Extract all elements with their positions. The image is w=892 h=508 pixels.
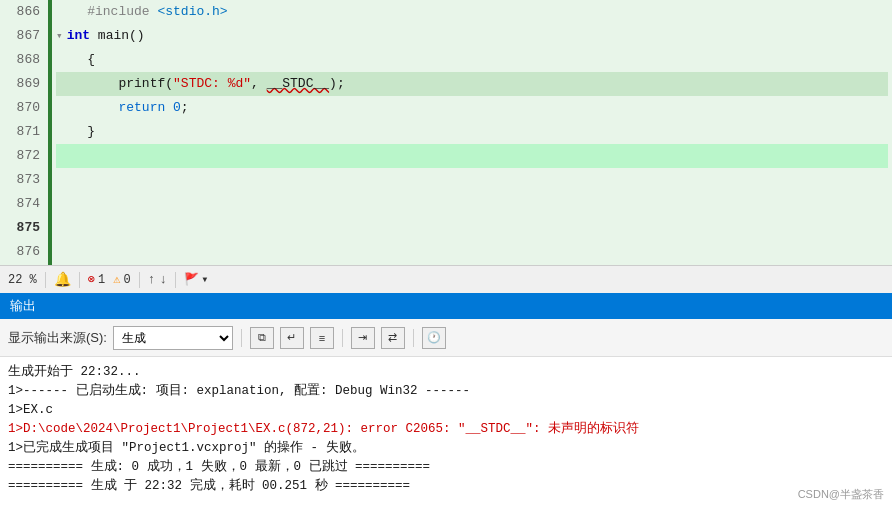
output-line-7: ========== 生成 于 22:32 完成，耗时 00.251 秒 ===… [8,477,884,496]
status-divider-2 [79,272,80,288]
line-numbers: 866 867 868 869 870 871 872 873 874 875 … [0,0,48,265]
error-number: 1 [98,273,105,287]
code-line-871: { [56,48,888,72]
output-line-4: 1>D:\code\2024\Project1\Project1\EX.c(87… [8,420,884,439]
warning-triangle-icon: ⚠ [113,272,120,287]
output-line-2: 1>------ 已启动生成: 项目: explanation, 配置: Deb… [8,382,884,401]
toolbar-divider-3 [413,329,414,347]
warning-count[interactable]: ⚠ 0 [113,272,130,287]
output-line-5: 1>已完成生成项目 "Project1.vcxproj" 的操作 - 失败。 [8,439,884,458]
output-line-1: 生成开始于 22:32... [8,363,884,382]
status-divider-3 [139,272,140,288]
code-line-872: printf( "STDC: %d" , __STDC__ ); [56,72,888,96]
arrow-up[interactable]: ↑ [148,272,156,287]
output-content: 生成开始于 22:32... 1>------ 已启动生成: 项目: expla… [0,357,892,508]
output-line-6: ========== 生成: 0 成功，1 失败，0 最新，0 已跳过 ====… [8,458,884,477]
toolbar-divider-1 [241,329,242,347]
indent-button[interactable]: ⇥ [351,327,375,349]
code-line-870: ▾ int main() [56,24,888,48]
zoom-level: 22 % [8,273,37,287]
status-divider-4 [175,272,176,288]
align-button[interactable]: ≡ [310,327,334,349]
warning-number: 0 [123,273,130,287]
arrow-down[interactable]: ↓ [160,272,168,287]
sync-button[interactable]: ⇄ [381,327,405,349]
code-line-868: #include <stdio.h> [56,0,888,24]
nav-arrows: ↑ ↓ [148,272,168,287]
code-lines[interactable]: #include <stdio.h> ▾ int main() { printf… [52,0,892,265]
notification-icon[interactable]: 🔔 [54,271,71,288]
output-title: 输出 [10,297,36,315]
output-panel: 输出 显示输出来源(S): 生成 ⧉ ↵ ≡ ⇥ ⇄ 🕐 生成开始于 22:32… [0,293,892,508]
toolbar-divider-2 [342,329,343,347]
output-line-3: 1>EX.c [8,401,884,420]
clock-button[interactable]: 🕐 [422,327,446,349]
flag-icon: 🚩 [184,272,199,287]
watermark: CSDN@半盏茶香 [798,487,884,502]
error-circle-icon: ⊗ [88,272,95,287]
source-select[interactable]: 生成 [113,326,233,350]
editor-area: 866 867 868 869 870 871 872 873 874 875 … [0,0,892,265]
status-bar: 22 % 🔔 ⊗ 1 ⚠ 0 ↑ ↓ 🚩 ▾ [0,265,892,293]
code-line-874: } [56,120,888,144]
output-header-bar: 输出 [0,293,892,319]
status-divider-1 [45,272,46,288]
code-line-875 [56,144,888,168]
source-label: 显示输出来源(S): [8,329,107,347]
code-line-873: return 0 ; [56,96,888,120]
flag-button[interactable]: 🚩 ▾ [184,272,208,287]
output-toolbar: 显示输出来源(S): 生成 ⧉ ↵ ≡ ⇥ ⇄ 🕐 [0,319,892,357]
wrap-button[interactable]: ↵ [280,327,304,349]
collapse-marker[interactable]: ▾ [56,24,63,48]
error-count[interactable]: ⊗ 1 [88,272,105,287]
dropdown-arrow: ▾ [201,272,208,287]
copy-button[interactable]: ⧉ [250,327,274,349]
